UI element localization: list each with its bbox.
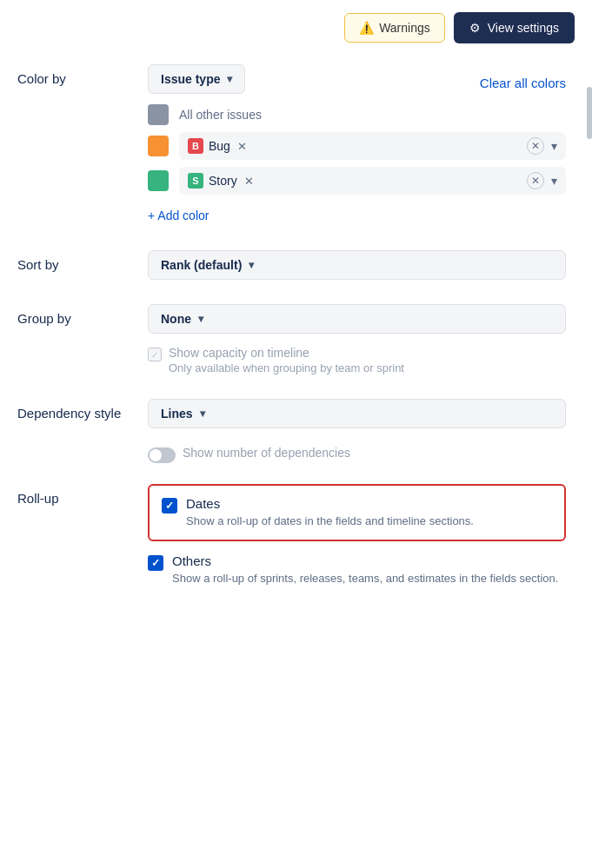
- rollup-content: ✓ Dates Show a roll-up of dates in the f…: [148, 484, 566, 586]
- dep-style-text: Dependency style: [17, 406, 121, 421]
- story-chevron-icon[interactable]: ▾: [551, 174, 557, 188]
- view-settings-button[interactable]: ⚙ View settings: [454, 12, 575, 43]
- rollup-others-desc: Show a roll-up of sprints, releases, tea…: [172, 571, 558, 586]
- issue-type-dropdown[interactable]: Issue type ▾: [148, 64, 245, 94]
- rollup-label: Roll-up: [17, 484, 130, 506]
- show-capacity-text: Show capacity on timeline Only available…: [169, 346, 404, 374]
- dep-style-value: Lines: [161, 407, 193, 421]
- bug-icon: B: [188, 138, 203, 154]
- show-capacity-checkbox: ✓: [148, 348, 162, 361]
- add-color-button[interactable]: + Add color: [148, 205, 209, 226]
- rollup-dates-desc: Show a roll-up of dates in the fields an…: [186, 514, 474, 529]
- rollup-dates-checkbox[interactable]: ✓: [162, 498, 177, 514]
- view-settings-label: View settings: [488, 21, 559, 35]
- rollup-dates-row: ✓ Dates Show a roll-up of dates in the f…: [162, 496, 552, 529]
- dep-style-label: Dependency style: [17, 399, 130, 421]
- show-num-dep-toggle[interactable]: [148, 447, 176, 463]
- bug-remove-button[interactable]: ✕: [527, 137, 544, 155]
- bug-tag-inner: B Bug ✕: [188, 138, 247, 154]
- settings-icon: ⚙: [469, 21, 481, 35]
- show-capacity-sub-label: Only available when grouping by team or …: [169, 361, 404, 374]
- show-capacity-main-label: Show capacity on timeline: [169, 346, 404, 360]
- add-color-label: + Add color: [148, 209, 209, 222]
- sort-by-dropdown[interactable]: Rank (default) ▾: [148, 250, 566, 280]
- rollup-others-text: Others Show a roll-up of sprints, releas…: [172, 553, 558, 586]
- sort-by-label: Sort by: [17, 250, 130, 272]
- dep-style-section: Dependency style Lines ▾ Show number of …: [17, 399, 566, 463]
- sort-by-value: Rank (default): [161, 258, 242, 272]
- rollup-dates-title: Dates: [186, 496, 474, 511]
- story-tag-close[interactable]: ✕: [244, 175, 254, 188]
- color-by-section: Color by Issue type ▾ Clear all colors A…: [17, 64, 566, 226]
- story-tag-inner: S Story ✕: [188, 173, 254, 189]
- warning-icon: ⚠️: [359, 21, 374, 35]
- dep-style-dropdown[interactable]: Lines ▾: [148, 399, 566, 428]
- top-bar: ⚠️ Warnings ⚙ View settings: [0, 0, 592, 56]
- story-color-item: S Story ✕ ✕ ▾: [148, 167, 566, 195]
- dep-chevron-icon: ▾: [200, 407, 205, 420]
- rollup-dates-box: ✓ Dates Show a roll-up of dates in the f…: [148, 484, 566, 541]
- bug-tag-close[interactable]: ✕: [237, 140, 247, 153]
- bug-color-item: B Bug ✕ ✕ ▾: [148, 132, 566, 160]
- rollup-others-row: ✓ Others Show a roll-up of sprints, rele…: [148, 553, 566, 586]
- settings-panel: Color by Issue type ▾ Clear all colors A…: [0, 56, 592, 630]
- green-swatch[interactable]: [148, 170, 169, 191]
- gray-swatch[interactable]: [148, 104, 169, 125]
- check-icon: ✓: [151, 557, 160, 569]
- rollup-section: Roll-up ✓ Dates Show a roll-up of dates …: [17, 484, 566, 586]
- story-tag-label: Story: [209, 174, 237, 188]
- group-by-value: None: [161, 312, 191, 326]
- group-by-content: None ▾ ✓ Show capacity on timeline Only …: [148, 304, 566, 374]
- sort-chevron-icon: ▾: [249, 259, 254, 271]
- group-by-section: Group by None ▾ ✓ Show capacity on timel…: [17, 304, 566, 374]
- warnings-label: Warnings: [379, 21, 430, 35]
- bug-tag-label: Bug: [209, 139, 230, 153]
- rollup-others-checkbox[interactable]: ✓: [148, 555, 163, 571]
- bug-chevron-icon[interactable]: ▾: [551, 139, 557, 153]
- warnings-button[interactable]: ⚠️ Warnings: [344, 13, 445, 43]
- issue-type-label: Issue type: [161, 72, 220, 86]
- show-num-dep-row: Show number of dependencies: [148, 446, 566, 463]
- color-by-label: Color by: [17, 64, 130, 86]
- rollup-others-title: Others: [172, 553, 558, 568]
- sort-by-section: Sort by Rank (default) ▾: [17, 250, 566, 280]
- story-remove-button[interactable]: ✕: [527, 172, 544, 189]
- all-other-issues-label: All other issues: [179, 108, 262, 122]
- sort-by-content: Rank (default) ▾: [148, 250, 566, 280]
- story-tag-row: S Story ✕ ✕ ▾: [179, 167, 566, 195]
- dep-style-content: Lines ▾ Show number of dependencies: [148, 399, 566, 463]
- story-tag-actions: ✕ ▾: [527, 172, 557, 189]
- group-by-label: Group by: [17, 304, 130, 326]
- bug-tag-actions: ✕ ▾: [527, 137, 557, 155]
- color-by-header: Issue type ▾ Clear all colors: [148, 64, 566, 94]
- bug-tag-row: B Bug ✕ ✕ ▾: [179, 132, 566, 160]
- scrollbar[interactable]: [587, 87, 592, 139]
- group-chevron-icon: ▾: [198, 313, 203, 325]
- show-num-dep-label: Show number of dependencies: [183, 446, 350, 460]
- rollup-dates-text: Dates Show a roll-up of dates in the fie…: [186, 496, 474, 529]
- story-icon: S: [188, 173, 203, 189]
- chevron-down-icon: ▾: [227, 73, 232, 85]
- check-icon: ✓: [151, 350, 158, 360]
- color-by-controls: Issue type ▾ Clear all colors All other …: [148, 64, 566, 226]
- check-icon: ✓: [165, 500, 174, 512]
- all-other-issues-item: All other issues: [148, 104, 566, 125]
- group-by-dropdown[interactable]: None ▾: [148, 304, 566, 334]
- show-capacity-row: ✓ Show capacity on timeline Only availab…: [148, 346, 566, 374]
- clear-all-colors-link[interactable]: Clear all colors: [480, 69, 566, 90]
- orange-swatch[interactable]: [148, 136, 169, 156]
